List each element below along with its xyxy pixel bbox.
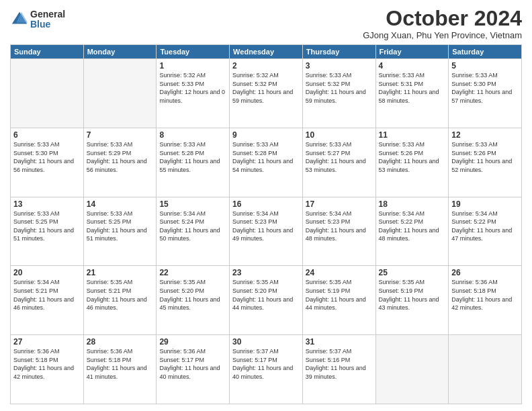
calendar-cell: 11Sunrise: 5:33 AM Sunset: 5:26 PM Dayli… [375, 128, 449, 197]
day-info: Sunrise: 5:34 AM Sunset: 5:23 PM Dayligh… [306, 210, 373, 243]
day-info: Sunrise: 5:34 AM Sunset: 5:21 PM Dayligh… [13, 278, 81, 312]
day-number: 14 [87, 199, 154, 209]
calendar-cell: 7Sunrise: 5:33 AM Sunset: 5:29 PM Daylig… [83, 128, 157, 197]
subtitle: GJong Xuan, Phu Yen Province, Vietnam [363, 30, 522, 40]
calendar-cell: 9Sunrise: 5:33 AM Sunset: 5:28 PM Daylig… [230, 128, 303, 197]
day-number: 18 [379, 199, 446, 209]
day-info: Sunrise: 5:35 AM Sunset: 5:19 PM Dayligh… [306, 278, 373, 312]
day-info: Sunrise: 5:33 AM Sunset: 5:27 PM Dayligh… [306, 140, 373, 174]
calendar-cell: 27Sunrise: 5:36 AM Sunset: 5:18 PM Dayli… [11, 335, 84, 404]
day-info: Sunrise: 5:37 AM Sunset: 5:16 PM Dayligh… [306, 347, 373, 381]
day-number: 1 [159, 61, 226, 71]
header: General Blue October 2024 GJong Xuan, Ph… [10, 7, 522, 40]
day-number: 21 [87, 268, 154, 277]
calendar-cell: 30Sunrise: 5:37 AM Sunset: 5:17 PM Dayli… [230, 335, 303, 404]
day-number: 3 [306, 61, 373, 71]
logo-blue-text: Blue [30, 19, 65, 30]
day-number: 26 [451, 268, 519, 277]
logo-icon [10, 10, 29, 29]
calendar-cell: 1Sunrise: 5:32 AM Sunset: 5:33 PM Daylig… [157, 59, 230, 128]
calendar-week-0: 1Sunrise: 5:32 AM Sunset: 5:33 PM Daylig… [11, 59, 522, 128]
calendar-cell: 15Sunrise: 5:34 AM Sunset: 5:24 PM Dayli… [157, 197, 230, 266]
day-info: Sunrise: 5:32 AM Sunset: 5:33 PM Dayligh… [159, 71, 226, 105]
calendar-cell: 19Sunrise: 5:34 AM Sunset: 5:22 PM Dayli… [449, 197, 522, 266]
calendar-cell: 18Sunrise: 5:34 AM Sunset: 5:22 PM Dayli… [375, 197, 449, 266]
day-info: Sunrise: 5:37 AM Sunset: 5:17 PM Dayligh… [232, 347, 300, 381]
day-info: Sunrise: 5:33 AM Sunset: 5:29 PM Dayligh… [87, 140, 154, 174]
day-info: Sunrise: 5:33 AM Sunset: 5:28 PM Dayligh… [159, 140, 226, 174]
day-info: Sunrise: 5:35 AM Sunset: 5:21 PM Dayligh… [87, 278, 154, 312]
calendar-cell: 13Sunrise: 5:33 AM Sunset: 5:25 PM Dayli… [11, 197, 84, 266]
calendar-cell: 4Sunrise: 5:33 AM Sunset: 5:31 PM Daylig… [375, 59, 449, 128]
day-info: Sunrise: 5:34 AM Sunset: 5:23 PM Dayligh… [232, 210, 300, 243]
day-number: 13 [13, 199, 81, 209]
calendar-cell: 14Sunrise: 5:33 AM Sunset: 5:25 PM Dayli… [83, 197, 157, 266]
day-number: 28 [87, 337, 154, 347]
calendar-cell: 22Sunrise: 5:35 AM Sunset: 5:20 PM Dayli… [157, 266, 230, 335]
header-wednesday: Wednesday [230, 45, 303, 59]
day-number: 5 [451, 61, 519, 71]
calendar-week-2: 13Sunrise: 5:33 AM Sunset: 5:25 PM Dayli… [11, 197, 522, 266]
day-info: Sunrise: 5:33 AM Sunset: 5:30 PM Dayligh… [451, 71, 519, 105]
day-info: Sunrise: 5:33 AM Sunset: 5:26 PM Dayligh… [451, 140, 519, 174]
calendar-week-3: 20Sunrise: 5:34 AM Sunset: 5:21 PM Dayli… [11, 266, 522, 335]
day-info: Sunrise: 5:34 AM Sunset: 5:24 PM Dayligh… [159, 210, 226, 243]
calendar-cell: 3Sunrise: 5:33 AM Sunset: 5:32 PM Daylig… [302, 59, 375, 128]
calendar-week-1: 6Sunrise: 5:33 AM Sunset: 5:30 PM Daylig… [11, 128, 522, 197]
calendar-cell: 25Sunrise: 5:35 AM Sunset: 5:19 PM Dayli… [375, 266, 449, 335]
main-title: October 2024 [363, 7, 522, 30]
day-number: 9 [232, 130, 300, 140]
day-info: Sunrise: 5:33 AM Sunset: 5:32 PM Dayligh… [306, 71, 373, 105]
calendar-cell: 5Sunrise: 5:33 AM Sunset: 5:30 PM Daylig… [449, 59, 522, 128]
calendar-cell [449, 335, 522, 404]
header-saturday: Saturday [449, 45, 522, 59]
calendar-cell [375, 335, 449, 404]
day-number: 20 [13, 268, 81, 277]
day-info: Sunrise: 5:34 AM Sunset: 5:22 PM Dayligh… [451, 210, 519, 243]
calendar-cell: 29Sunrise: 5:36 AM Sunset: 5:17 PM Dayli… [157, 335, 230, 404]
page: General Blue October 2024 GJong Xuan, Ph… [0, 0, 532, 411]
day-info: Sunrise: 5:36 AM Sunset: 5:18 PM Dayligh… [87, 347, 154, 381]
day-number: 15 [159, 199, 226, 209]
header-friday: Friday [375, 45, 449, 59]
header-monday: Monday [83, 45, 157, 59]
calendar-table: Sunday Monday Tuesday Wednesday Thursday… [10, 44, 522, 404]
day-number: 22 [159, 268, 226, 277]
day-info: Sunrise: 5:36 AM Sunset: 5:18 PM Dayligh… [451, 278, 519, 312]
day-number: 11 [379, 130, 446, 140]
day-number: 10 [306, 130, 373, 140]
day-number: 29 [159, 337, 226, 347]
day-number: 6 [13, 130, 81, 140]
day-info: Sunrise: 5:33 AM Sunset: 5:30 PM Dayligh… [13, 140, 81, 174]
calendar-cell [83, 59, 157, 128]
calendar-cell: 28Sunrise: 5:36 AM Sunset: 5:18 PM Dayli… [83, 335, 157, 404]
day-info: Sunrise: 5:33 AM Sunset: 5:26 PM Dayligh… [379, 140, 446, 174]
day-number: 19 [451, 199, 519, 209]
day-info: Sunrise: 5:32 AM Sunset: 5:32 PM Dayligh… [232, 71, 300, 105]
calendar-cell: 31Sunrise: 5:37 AM Sunset: 5:16 PM Dayli… [302, 335, 375, 404]
day-info: Sunrise: 5:33 AM Sunset: 5:31 PM Dayligh… [379, 71, 446, 105]
day-number: 17 [306, 199, 373, 209]
calendar-cell: 21Sunrise: 5:35 AM Sunset: 5:21 PM Dayli… [83, 266, 157, 335]
calendar-cell: 23Sunrise: 5:35 AM Sunset: 5:20 PM Dayli… [230, 266, 303, 335]
day-number: 8 [159, 130, 226, 140]
day-number: 31 [306, 337, 373, 347]
day-number: 7 [87, 130, 154, 140]
day-info: Sunrise: 5:33 AM Sunset: 5:28 PM Dayligh… [232, 140, 300, 174]
day-number: 30 [232, 337, 300, 347]
day-info: Sunrise: 5:33 AM Sunset: 5:25 PM Dayligh… [87, 210, 154, 243]
logo: General Blue [10, 9, 65, 30]
day-number: 23 [232, 268, 300, 277]
day-info: Sunrise: 5:35 AM Sunset: 5:20 PM Dayligh… [232, 278, 300, 312]
calendar-cell: 26Sunrise: 5:36 AM Sunset: 5:18 PM Dayli… [449, 266, 522, 335]
day-number: 24 [306, 268, 373, 277]
header-sunday: Sunday [11, 45, 84, 59]
day-number: 16 [232, 199, 300, 209]
title-block: October 2024 GJong Xuan, Phu Yen Provinc… [363, 7, 522, 40]
day-number: 12 [451, 130, 519, 140]
day-info: Sunrise: 5:35 AM Sunset: 5:19 PM Dayligh… [379, 278, 446, 312]
calendar-week-4: 27Sunrise: 5:36 AM Sunset: 5:18 PM Dayli… [11, 335, 522, 404]
day-info: Sunrise: 5:33 AM Sunset: 5:25 PM Dayligh… [13, 210, 81, 243]
calendar-cell: 10Sunrise: 5:33 AM Sunset: 5:27 PM Dayli… [302, 128, 375, 197]
calendar-cell: 20Sunrise: 5:34 AM Sunset: 5:21 PM Dayli… [11, 266, 84, 335]
